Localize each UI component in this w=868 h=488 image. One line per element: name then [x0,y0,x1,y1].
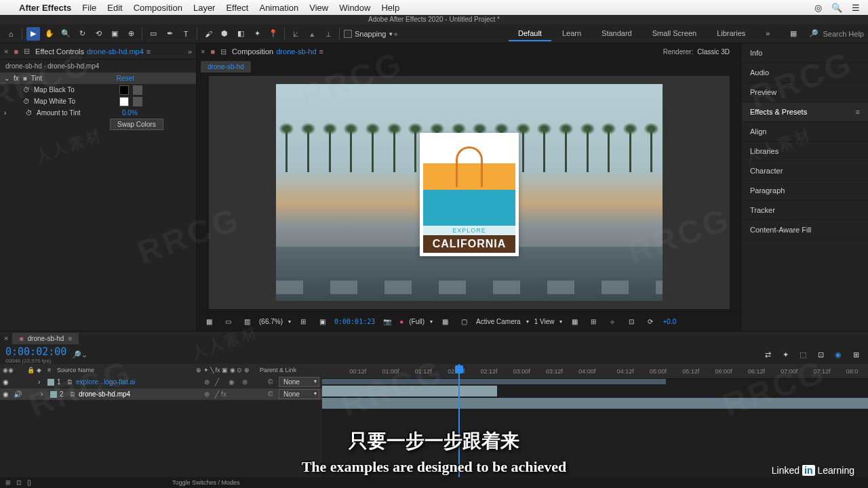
swap-colors-button[interactable]: Swap Colors [110,119,163,130]
tab-effect-controls[interactable]: Effect Controls drone-sb-hd.mp4 ≡ [35,47,151,56]
view-icon[interactable]: ⟳ [644,315,657,329]
world-axis-icon[interactable]: ⟁ [305,27,319,41]
menu-window[interactable]: Window [339,3,370,13]
menu-edit[interactable]: Edit [107,3,122,13]
active-camera[interactable]: Active Camera [476,318,521,325]
panel-content-aware[interactable]: Content-Aware Fill [742,220,868,240]
panel-tracker[interactable]: Tracker [742,201,868,220]
toggle-switches-button[interactable]: Toggle Switches / Modes [172,479,240,486]
anchor-tool-icon[interactable]: ⊕ [124,27,138,41]
tl-icon[interactable]: ⬚ [796,348,810,361]
rotate-tool-icon[interactable]: ⟲ [92,27,105,41]
brush-tool-icon[interactable]: 🖌 [201,27,215,41]
transparency-icon[interactable]: ▦ [438,315,452,329]
status-icon[interactable]: ⊡ [16,479,22,486]
search-help[interactable]: 🔎 Search Help [809,29,864,38]
eye-icon[interactable]: ◉ [3,378,11,386]
view-axis-icon[interactable]: ⟂ [321,27,335,41]
view-icon[interactable]: ⊞ [587,315,600,329]
logo-overlay[interactable]: EXPLORE CALIFORNIA [420,133,519,256]
status-icon[interactable]: {} [27,479,31,486]
zoom-level[interactable]: (66.7%) [259,318,283,325]
view-icon[interactable]: ⟐ [606,315,619,329]
view-icon[interactable]: ▦ [202,315,216,329]
snapping-toggle[interactable]: Snapping ▾ ⟐ [344,30,397,38]
tl-icon[interactable]: ⊡ [814,348,827,361]
home-icon[interactable]: ⌂ [4,27,18,41]
reset-button[interactable]: Reset [117,75,134,82]
channel-icon[interactable]: ● [399,318,403,325]
orbit-tool-icon[interactable]: ↻ [75,27,89,41]
collapse-icon[interactable]: ⌄ [4,75,9,82]
tl-icon[interactable]: ✦ [778,348,792,361]
clone-tool-icon[interactable]: ⬢ [218,27,231,41]
layer-bar-1[interactable] [322,386,497,396]
snapshot-icon[interactable]: 📷 [380,315,394,329]
zoom-tool-icon[interactable]: 🔍 [59,27,73,41]
effect-tint-name[interactable]: Tint [31,75,113,82]
black-swatch[interactable] [119,85,129,95]
viewer-time[interactable]: 0:00:01:23 [334,318,375,325]
workspace-small-screen[interactable]: Small Screen [643,26,706,41]
workspace-standard[interactable]: Standard [592,26,642,41]
timecode[interactable]: 0:00:02:00 [5,346,66,358]
eyedropper-icon[interactable] [133,85,142,95]
workspace-more-icon[interactable]: » [756,26,779,41]
puppet-tool-icon[interactable]: 📍 [267,27,280,41]
eraser-tool-icon[interactable]: ◧ [234,27,248,41]
panel-effects-presets[interactable]: Effects & Presets≡ [742,102,868,122]
panel-preview[interactable]: Preview [742,83,868,102]
tl-icon[interactable]: ⊞ [849,348,863,361]
panel-audio[interactable]: Audio [742,63,868,83]
resolution[interactable]: (Full) [409,318,425,325]
lock-icon[interactable]: ⊟ [220,47,226,56]
camera-tool-icon[interactable]: ▣ [108,27,121,41]
view-icon[interactable]: ▦ [568,315,581,329]
spotlight-icon[interactable]: 🔍 [831,3,842,13]
lock-icon[interactable]: ⊟ [24,47,30,56]
amount-value[interactable]: 0.0% [122,109,138,117]
work-area-bar[interactable] [322,379,666,384]
type-tool-icon[interactable]: T [179,27,193,41]
rectangle-tool-icon[interactable]: ▭ [146,27,160,41]
menu-file[interactable]: File [82,3,96,13]
app-menu[interactable]: After Effects [19,3,71,13]
panel-libraries[interactable]: Libraries [742,142,868,161]
hand-tool-icon[interactable]: ✋ [43,27,56,41]
menu-effect[interactable]: Effect [226,3,248,13]
view-icon[interactable]: ⊡ [625,315,638,329]
layer-row-2[interactable]: ◉ 🔊 › 2 🗎 drone-sb-hd.mp4 ⊕ ╱ fx © None [0,388,322,401]
speaker-icon[interactable]: 🔊 [14,390,22,398]
time-ruler[interactable]: 00:12f 01:00f 01:12f 02:00f 02:12f 03:00… [322,364,868,379]
fx-toggle-icon[interactable]: fx [14,75,19,82]
white-swatch[interactable] [119,97,129,106]
panel-overflow-icon[interactable]: » [188,47,192,56]
parent-dropdown[interactable]: None [279,377,319,387]
close-tab-icon[interactable]: × [4,334,8,342]
selection-tool-icon[interactable]: ▶ [26,27,40,41]
timeline-tab[interactable]: ■ drone-sb-hd ≡ [12,333,79,344]
layer-color-icon[interactable] [47,379,54,386]
panel-info[interactable]: Info [742,43,868,63]
layer-row-1[interactable]: ◉ › 1 🗎 explore...logo-flat.ai ⊕ ╱ ◉ ⊕ ©… [0,376,322,388]
composition-viewer[interactable]: EXPLORE CALIFORNIA [209,76,730,309]
view-icon[interactable]: ⊞ [296,315,310,329]
panel-align[interactable]: Align [742,122,868,142]
view-count[interactable]: 1 View [534,318,555,325]
stopwatch-icon[interactable]: ⏱ [26,109,33,117]
roto-tool-icon[interactable]: ✦ [250,27,264,41]
renderer-value[interactable]: Classic 3D [697,48,730,56]
close-tab-icon[interactable]: × [201,47,205,56]
exposure-value[interactable]: +0.0 [663,318,676,325]
roi-icon[interactable]: ▢ [457,315,471,329]
layer-color-icon[interactable] [50,391,57,398]
checkbox-icon[interactable] [344,30,352,38]
tab-composition[interactable]: Composition drone-sb-hd ≡ [232,47,323,56]
view-icon[interactable]: ▣ [315,315,329,329]
parent-dropdown[interactable]: None [279,389,319,399]
panel-paragraph[interactable]: Paragraph [742,181,868,201]
stopwatch-icon[interactable]: ⏱ [23,86,30,94]
menu-help[interactable]: Help [381,3,399,13]
menu-composition[interactable]: Composition [134,3,182,13]
status-icon[interactable]: ⊞ [5,479,11,486]
